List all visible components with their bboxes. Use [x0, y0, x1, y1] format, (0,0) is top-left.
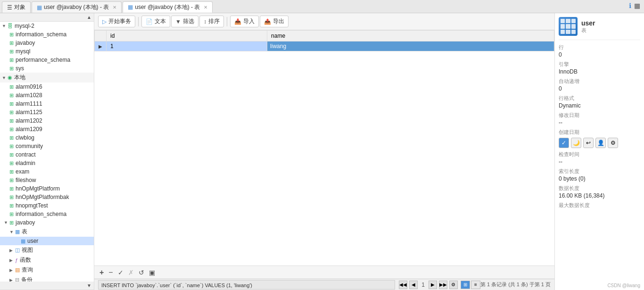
info-button[interactable]: ℹ [629, 2, 631, 9]
sidebar-item-table-folder[interactable]: ▼ ▦ 表 [0, 227, 94, 237]
db-icon: ⊞ [9, 177, 14, 183]
add-row-button[interactable]: + [98, 267, 105, 278]
object-tab-label: 对象 [14, 3, 25, 11]
sidebar-item-alarm1202[interactable]: ⊞ alarm1202 [0, 116, 94, 125]
sidebar-label: sys [16, 65, 24, 72]
info-row-modified: 修改日期 -- [559, 112, 640, 126]
delete-row-button[interactable]: − [107, 267, 114, 278]
expand-icon: ▼ [9, 230, 14, 234]
sidebar-item-information-schema-2[interactable]: ⊞ information_schema [0, 210, 94, 218]
cancel-button[interactable]: ✗ [127, 268, 135, 277]
export-button[interactable]: 📤 导出 [260, 16, 289, 27]
th-name[interactable]: name [267, 31, 554, 41]
func-icon: ƒ [15, 257, 18, 263]
right-toolbar: ✓ 🌙 ↩ 👤 ⚙ [559, 138, 640, 148]
sidebar-item-hnopmgttest[interactable]: ⊞ hnopmgtTest [0, 201, 94, 210]
right-panel: user 表 行 0 引擎 InnoDB 自动递增 0 行格式 Dynamic [554, 13, 644, 290]
table-row[interactable]: ▶ 1 liwang [95, 41, 554, 51]
right-btn-4[interactable]: 👤 [595, 138, 606, 148]
db-icon: ⊞ [9, 203, 14, 209]
sidebar-item-local[interactable]: ▼ ◉ 本地 [0, 73, 94, 83]
last-page-button[interactable]: ▶▶ [439, 281, 447, 289]
th-id[interactable]: id [107, 31, 267, 41]
sidebar-item-javaboy-1[interactable]: ⊞ javaboy [0, 39, 94, 47]
sidebar-item-fileshow[interactable]: ⊞ fileshow [0, 176, 94, 184]
sidebar-label: exam [16, 168, 29, 175]
grid-button[interactable]: ▦ [634, 2, 640, 9]
table-icon-grid [559, 17, 578, 36]
right-btn-2[interactable]: 🌙 [571, 138, 581, 148]
sidebar-label: contract [16, 151, 36, 158]
sidebar-user-label: user [27, 238, 38, 244]
sidebar-item-sys[interactable]: ⊞ sys [0, 64, 94, 73]
sidebar-item-contract[interactable]: ⊞ contract [0, 150, 94, 159]
sidebar-item-alarm1125[interactable]: ⊞ alarm1125 [0, 108, 94, 116]
sidebar-item-query-folder[interactable]: ▶ ▤ 查询 [0, 265, 94, 275]
apply-button[interactable]: ▣ [148, 268, 157, 277]
sidebar-item-hnop[interactable]: ⊞ hnOpMgtPlatform [0, 184, 94, 193]
info-row-maxdatalen: 最大数据长度 [559, 202, 640, 209]
tab-user-2-close[interactable]: ✕ [204, 5, 207, 10]
text-button[interactable]: 📄 文本 [141, 16, 170, 27]
cell-id[interactable]: 1 [107, 41, 267, 51]
expand-icon: ▶ [9, 268, 14, 273]
scroll-up-btn[interactable]: ▲ [85, 14, 93, 20]
sidebar-item-javaboy-2[interactable]: ▼ ⊞ javaboy [0, 218, 94, 227]
db-icon: ⊞ [9, 143, 14, 149]
db-icon: ⊞ [9, 109, 14, 116]
next-page-button[interactable]: ▶ [429, 281, 437, 289]
tab-user-1[interactable]: ▦ user @javaboy (本地) - 表 ✕ [32, 1, 122, 13]
confirm-button[interactable]: ✓ [116, 268, 125, 277]
cell-name[interactable]: liwang [267, 41, 554, 51]
scroll-down-btn[interactable]: ▼ [85, 282, 93, 289]
sidebar-item-hnopbak[interactable]: ⊞ hnOpMgtPlatformbak [0, 193, 94, 201]
info-value-modified: -- [559, 119, 640, 126]
sidebar-item-alarm1209[interactable]: ⊞ alarm1209 [0, 125, 94, 133]
first-page-button[interactable]: ◀◀ [399, 281, 407, 289]
table-icon: ⊞ [9, 49, 14, 55]
sidebar-item-exam[interactable]: ⊞ exam [0, 167, 94, 176]
settings-button[interactable]: ⚙ [449, 281, 458, 289]
tab-user-2-icon: ▦ [128, 4, 133, 10]
info-label-engine: 引擎 [559, 61, 640, 68]
sidebar-item-information-schema-1[interactable]: ⊞ information_schema [0, 30, 94, 39]
tab-user-1-close[interactable]: ✕ [113, 5, 116, 10]
main-toolbar: ▷ 开始事务 📄 文本 ▼ 筛选 ↕ 排序 📥 [94, 13, 554, 30]
tab-user-2[interactable]: ▦ user @javaboy (本地) - 表 ✕ [123, 1, 213, 13]
sidebar-item-performance-schema[interactable]: ⊞ performance_schema [0, 56, 94, 64]
sidebar-scroll-up: ▲ [0, 13, 94, 22]
right-btn-3[interactable]: ↩ [583, 138, 594, 148]
view-toggle: ⊞ ≡ [461, 281, 480, 289]
grid-view-button[interactable]: ⊞ [461, 281, 470, 289]
sidebar-item-alarm1028[interactable]: ⊞ alarm1028 [0, 91, 94, 99]
sidebar-label: clwblog [16, 134, 34, 141]
sidebar-item-func-folder[interactable]: ▶ ƒ 函数 [0, 255, 94, 265]
right-btn-5[interactable]: ⚙ [608, 138, 618, 148]
sidebar-item-alarm0916[interactable]: ⊞ alarm0916 [0, 83, 94, 91]
sidebar-item-clwblog[interactable]: ⊞ clwblog [0, 133, 94, 142]
info-label-autoincrement: 自动递增 [559, 78, 640, 85]
info-row-engine: 引擎 InnoDB [559, 61, 640, 75]
import-button[interactable]: 📥 导入 [230, 16, 259, 27]
th-arrow [95, 31, 107, 41]
sidebar-item-mysql2[interactable]: ▼ 🗄 mysql-2 [0, 22, 94, 30]
right-btn-1[interactable]: ✓ [559, 138, 569, 148]
sort-button[interactable]: ↕ 排序 [199, 16, 224, 27]
sidebar-item-eladmin[interactable]: ⊞ eladmin [0, 159, 94, 167]
sidebar-item-view-folder[interactable]: ▶ ◫ 视图 [0, 245, 94, 255]
pagination-info: 第 1 条记录 (共 1 条) 于第 1 页 [480, 281, 551, 288]
prev-page-button[interactable]: ◀ [409, 281, 418, 289]
refresh-button[interactable]: ↺ [137, 268, 146, 277]
sidebar-item-mysql[interactable]: ⊞ mysql [0, 47, 94, 56]
tab-object[interactable]: ☰ 对象 [2, 1, 31, 13]
filter-button[interactable]: ▼ 筛选 [171, 16, 198, 27]
sidebar-label: 本地 [14, 74, 25, 82]
sidebar-item-community[interactable]: ⊞ community [0, 142, 94, 150]
sidebar-item-user-table[interactable]: ▦ user [0, 237, 94, 245]
begin-transaction-button[interactable]: ▷ 开始事务 [98, 16, 135, 27]
sidebar-scroll-down: ▼ [0, 282, 94, 290]
table-content[interactable]: id name ▶ 1 liwang [94, 30, 554, 265]
sidebar-label: javaboy [16, 219, 35, 226]
list-view-button[interactable]: ≡ [471, 281, 480, 289]
sidebar-item-alarm1111[interactable]: ⊞ alarm1111 [0, 99, 94, 108]
